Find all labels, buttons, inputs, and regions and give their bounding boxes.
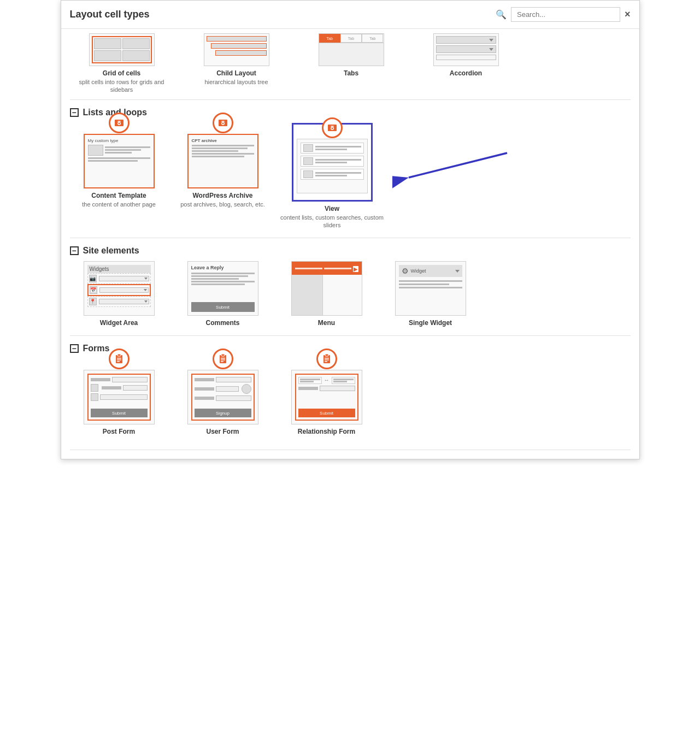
pf-img [91, 384, 98, 392]
relationship-form-item[interactable]: ↔ [278, 359, 376, 435]
view-row-2 [301, 156, 364, 167]
pf-label-2 [102, 386, 121, 389]
widget-text: Widget [411, 268, 453, 274]
menu-left-panel [292, 275, 323, 315]
view-row-1 [301, 143, 364, 153]
svg-rect-1 [117, 121, 121, 122]
content-template-thumb: My custom type [84, 134, 155, 188]
collapse-site-elements-icon[interactable]: − [70, 246, 79, 255]
accordion-label: Accordion [450, 69, 482, 77]
user-form-icon [213, 349, 233, 369]
pf-input-1 [112, 377, 148, 382]
user-form-label: User Form [206, 428, 239, 435]
modal-body: Grid of cells split cells into rows for … [61, 29, 639, 459]
widget-dropdown-1 [99, 276, 149, 281]
comments-item[interactable]: Leave a Reply Submit Comments [174, 261, 272, 327]
menu-thumb-wrap: ▶ [291, 261, 362, 316]
cpt-archive-label: CPT archive [192, 138, 254, 143]
grid-of-cells-thumb [89, 33, 155, 66]
view-item[interactable]: View content lists, custom searches, cus… [278, 123, 387, 229]
svg-rect-26 [325, 358, 329, 359]
menu-thumb: ▶ [291, 261, 362, 316]
uf-label-3 [195, 397, 214, 400]
eye-icon [114, 117, 125, 128]
child-layout-label: Child Layout [216, 69, 256, 77]
svg-rect-27 [325, 359, 329, 361]
gear-icon: ⚙ [402, 267, 409, 275]
svg-rect-28 [325, 361, 327, 362]
relationship-form-thumb: ↔ [291, 370, 362, 424]
pf-row-2 [91, 384, 148, 392]
site-elements-items: Widgets 📷 📅 [70, 261, 631, 336]
collapse-lists-icon[interactable]: − [70, 108, 79, 117]
dropdown-arrow-1 [144, 278, 148, 280]
post-form-thumb-wrap: Submit [84, 359, 155, 424]
top-partial-section: Grid of cells split cells into rows for … [70, 29, 631, 100]
widget-area-thumb-wrap: Widgets 📷 📅 [84, 261, 155, 316]
wordpress-archive-thumb: CPT archive [187, 134, 258, 188]
wordpress-archive-item[interactable]: CPT archive WordPress Archive post archi… [174, 123, 272, 208]
uf-input-1 [216, 377, 251, 382]
child-layout-item[interactable]: Child Layout hierarchical layouts tree [185, 33, 289, 86]
view-icon [322, 117, 343, 138]
user-form-item[interactable]: Signup User Form [174, 359, 272, 435]
relationship-form-label: Relationship Form [298, 428, 355, 435]
lists-and-loops-header: − Lists and loops [70, 100, 631, 123]
rf-submit: Submit [298, 409, 355, 417]
accordion-item[interactable]: Accordion [414, 33, 518, 77]
grid-label: Grid of cells [103, 69, 140, 77]
grid-of-cells-item[interactable]: Grid of cells split cells into rows for … [70, 33, 174, 94]
single-widget-header: ⚙ Widget [399, 265, 462, 277]
rel-boxes: ↔ [298, 377, 355, 384]
svg-rect-21 [221, 358, 225, 359]
single-widget-item[interactable]: ⚙ Widget Single Widget [381, 261, 480, 327]
rel-box-2 [332, 377, 355, 384]
forms-items: Submit Post Form [70, 359, 631, 444]
relationship-form-icon [316, 349, 337, 369]
search-input[interactable] [511, 7, 620, 22]
svg-point-11 [331, 127, 333, 129]
view-img-2 [303, 157, 313, 165]
accordion-thumb [433, 33, 499, 66]
pf-radio [91, 393, 98, 401]
close-button[interactable]: × [625, 9, 631, 20]
svg-rect-22 [221, 359, 225, 361]
svg-point-3 [118, 122, 120, 124]
content-template-sublabel: the content of another page [82, 200, 156, 208]
child-layout-thumb [204, 33, 269, 66]
widget-area-item[interactable]: Widgets 📷 📅 [70, 261, 168, 327]
view-img-3 [303, 170, 313, 178]
view-thumb-content [297, 139, 368, 193]
widget-label-text: Widgets [90, 266, 109, 272]
dropdown-arrow-2 [144, 289, 147, 291]
widget-title-bar: Widgets [87, 265, 151, 273]
wordpress-archive-thumb-wrap: CPT archive [187, 123, 258, 188]
submit-btn-comments: Submit [191, 302, 255, 312]
menu-top-bar: ▶ [292, 262, 362, 275]
pf-row-1 [91, 377, 148, 382]
pf-label-1 [91, 378, 110, 381]
user-form-thumb: Signup [187, 370, 258, 424]
rel-arrow: ↔ [324, 377, 330, 383]
wordpress-archive-label: WordPress Archive [192, 192, 252, 199]
collapse-forms-icon[interactable]: − [70, 344, 79, 353]
pf-submit: Submit [91, 409, 148, 417]
search-icon: 🔍 [496, 9, 507, 20]
forms-header: − Forms [70, 336, 631, 359]
widget-area-thumb: Widgets 📷 📅 [84, 261, 155, 316]
rel-form-inner: ↔ [295, 374, 358, 421]
widget-dropdown-2 [99, 287, 149, 293]
post-form-item[interactable]: Submit Post Form [70, 359, 168, 435]
single-widget-thumb-wrap: ⚙ Widget [395, 261, 466, 316]
wordpress-archive-icon [213, 113, 233, 133]
uf-input-3 [216, 395, 251, 401]
pf-row-3 [91, 393, 148, 401]
site-elements-header: − Site elements [70, 238, 631, 261]
content-template-item[interactable]: My custom type [70, 123, 168, 208]
tabs-item[interactable]: Tab Tab Tab Tabs [299, 33, 403, 77]
uf-row-2 [195, 384, 251, 394]
view-label: View [325, 205, 339, 212]
single-widget-label: Single Widget [409, 319, 452, 327]
menu-item[interactable]: ▶ Menu [278, 261, 376, 327]
uf-avatar [242, 384, 251, 394]
